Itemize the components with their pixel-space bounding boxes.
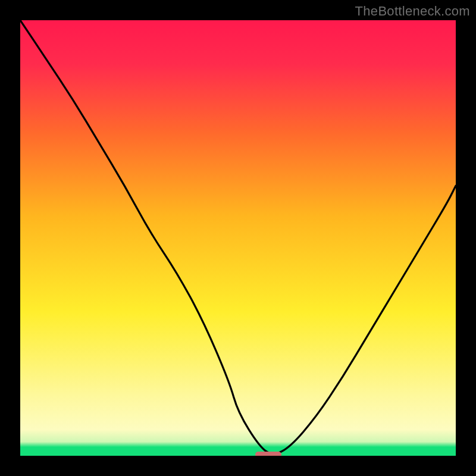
watermark-text: TheBottleneck.com [355, 4, 470, 19]
optimal-marker [255, 452, 281, 456]
bottleneck-curve [20, 20, 456, 456]
chart-frame: TheBottleneck.com [0, 0, 476, 476]
plot-area [20, 20, 456, 456]
